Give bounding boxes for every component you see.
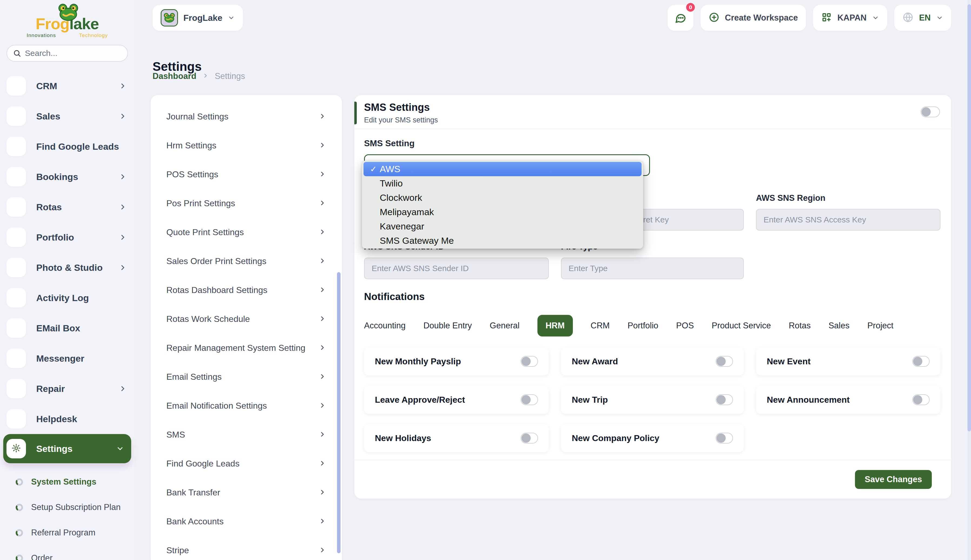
company-selector[interactable]: KAPAN bbox=[813, 5, 887, 31]
dropdown-option[interactable]: ✓ Melipayamak bbox=[364, 205, 642, 219]
sidebar-item[interactable]: Find Google Leads bbox=[0, 132, 134, 162]
type-field[interactable] bbox=[561, 258, 744, 279]
chevron-down-icon bbox=[228, 14, 235, 22]
settings-submenu-item[interactable]: System Settings bbox=[16, 469, 134, 495]
settings-list-item[interactable]: Hrm Settings bbox=[150, 131, 342, 160]
settings-submenu-item[interactable]: Referral Program bbox=[16, 520, 134, 545]
notification-tab[interactable]: CRM bbox=[591, 315, 610, 337]
notification-card: New Trip bbox=[561, 386, 744, 414]
region-label: AWS SNS Region bbox=[756, 193, 941, 203]
notification-tab[interactable]: Sales bbox=[829, 315, 849, 337]
save-changes-button[interactable]: Save Changes bbox=[855, 470, 932, 489]
notification-tab[interactable]: Project bbox=[867, 315, 893, 337]
notification-tab[interactable]: Product Service bbox=[712, 315, 771, 337]
notification-grid: New Monthly Payslip New Award New Event bbox=[364, 347, 941, 452]
sidebar-item[interactable]: Sales bbox=[0, 101, 134, 132]
sms-settings-toggle[interactable] bbox=[921, 107, 940, 117]
settings-list-item[interactable]: Find Google Leads bbox=[150, 449, 342, 478]
settings-list-item[interactable]: SMS bbox=[150, 420, 342, 449]
activity-icon bbox=[12, 292, 21, 303]
dropdown-option[interactable]: ✓ Clockwork bbox=[364, 190, 642, 205]
headset-icon bbox=[12, 413, 21, 424]
brand-tagline-left: Innovations bbox=[27, 32, 56, 38]
dropdown-option[interactable]: ✓ AWS bbox=[364, 162, 642, 176]
settings-list-item[interactable]: POS Settings bbox=[150, 160, 342, 189]
notification-toggle[interactable] bbox=[521, 394, 538, 405]
grid-plus-icon bbox=[821, 12, 832, 24]
sidebar-item-settings[interactable]: Settings bbox=[3, 434, 131, 463]
chat-button[interactable]: 0 bbox=[667, 5, 694, 31]
settings-submenu-item[interactable]: Order bbox=[16, 545, 134, 560]
search-input[interactable]: Search... bbox=[7, 45, 128, 62]
settings-list-item[interactable]: Stripe bbox=[150, 536, 342, 560]
sidebar-item[interactable]: Photo & Studio bbox=[0, 252, 134, 283]
breadcrumb-dashboard[interactable]: Dashboard bbox=[152, 72, 196, 81]
sms-settings-header: SMS Settings Edit your SMS settings bbox=[354, 95, 951, 129]
notification-card: Leave Approve/Reject bbox=[364, 386, 549, 414]
notification-tab[interactable]: HRM bbox=[537, 315, 573, 337]
card-accent-bar bbox=[354, 102, 357, 124]
chevron-down-icon bbox=[116, 445, 124, 453]
workspace-selector[interactable]: FrogLake bbox=[152, 5, 243, 31]
sidebar-item[interactable]: Messenger bbox=[0, 343, 134, 373]
globe-icon bbox=[902, 12, 914, 24]
ring-bullet-icon bbox=[16, 478, 23, 486]
notification-toggle[interactable] bbox=[716, 394, 733, 405]
dropdown-option[interactable]: ✓ Twilio bbox=[364, 176, 642, 190]
chevron-right-icon bbox=[319, 257, 326, 266]
gear-icon bbox=[12, 443, 21, 454]
notification-tab[interactable]: POS bbox=[676, 315, 694, 337]
settings-list-item[interactable]: Quote Print Settings bbox=[150, 218, 342, 247]
sidebar-item[interactable]: EMail Box bbox=[0, 313, 134, 343]
notification-tab[interactable]: Double Entry bbox=[423, 315, 472, 337]
settings-list-item[interactable]: Bank Accounts bbox=[150, 507, 342, 536]
chevron-right-icon bbox=[119, 112, 127, 120]
create-workspace-button[interactable]: Create Workspace bbox=[700, 5, 806, 31]
dropdown-option[interactable]: ✓ Kavenegar bbox=[364, 219, 642, 233]
sender-id-field[interactable] bbox=[364, 258, 549, 279]
settings-list-item[interactable]: Repair Management System Setting bbox=[150, 333, 342, 362]
settings-list-item[interactable]: Email Settings bbox=[150, 362, 342, 392]
sidebar-item[interactable]: Repair bbox=[0, 373, 134, 404]
company-name: KAPAN bbox=[837, 13, 867, 23]
notification-toggle[interactable] bbox=[716, 356, 733, 367]
notification-tab[interactable]: Portfolio bbox=[627, 315, 658, 337]
chevron-right-icon bbox=[319, 112, 326, 121]
notification-tab[interactable]: Accounting bbox=[364, 315, 405, 337]
settings-list-item[interactable]: Email Notification Settings bbox=[150, 392, 342, 420]
search-icon bbox=[12, 141, 21, 152]
settings-list-item[interactable]: Rotas Work Schedule bbox=[150, 305, 342, 333]
notification-toggle[interactable] bbox=[912, 394, 929, 405]
notification-toggle[interactable] bbox=[912, 356, 929, 367]
settings-list-item[interactable]: Journal Settings bbox=[150, 102, 342, 131]
chat-badge: 0 bbox=[685, 2, 696, 12]
notification-card: New Announcement bbox=[756, 386, 941, 414]
settings-list-item[interactable]: Pos Print Settings bbox=[150, 189, 342, 218]
app-root: Froglake Innovations Technology Search..… bbox=[0, 0, 971, 560]
sidebar-item[interactable]: Rotas bbox=[0, 192, 134, 222]
settings-list-item[interactable]: Sales Order Print Settings bbox=[150, 247, 342, 276]
sidebar-item[interactable]: Activity Log bbox=[0, 283, 134, 313]
chevron-right-icon bbox=[119, 203, 127, 211]
chevron-right-icon bbox=[119, 263, 127, 272]
notification-toggle[interactable] bbox=[716, 433, 733, 443]
settings-list-item[interactable]: Rotas Dashboard Settings bbox=[150, 276, 342, 305]
settings-list-item[interactable]: Bank Transfer bbox=[150, 478, 342, 507]
ring-bullet-icon bbox=[16, 555, 23, 560]
notification-toggle[interactable] bbox=[521, 433, 538, 443]
notification-card: New Award bbox=[561, 347, 744, 375]
chevron-right-icon bbox=[119, 385, 127, 393]
notification-toggle[interactable] bbox=[521, 356, 538, 367]
language-selector[interactable]: EN bbox=[894, 5, 951, 31]
access-key-field[interactable] bbox=[756, 209, 941, 230]
settings-list-scrollbar[interactable] bbox=[337, 272, 341, 553]
sidebar-item[interactable]: CRM bbox=[0, 71, 134, 101]
page-scrollbar[interactable] bbox=[968, 4, 971, 432]
sidebar-item[interactable]: Bookings bbox=[0, 162, 134, 192]
dropdown-option[interactable]: ✓ SMS Gateway Me bbox=[364, 233, 642, 248]
sidebar-item[interactable]: Portfolio bbox=[0, 222, 134, 252]
sidebar-item[interactable]: Helpdesk bbox=[0, 404, 134, 434]
notification-tab[interactable]: General bbox=[490, 315, 520, 337]
settings-submenu-item[interactable]: Setup Subscription Plan bbox=[16, 495, 134, 520]
notification-tab[interactable]: Rotas bbox=[789, 315, 811, 337]
